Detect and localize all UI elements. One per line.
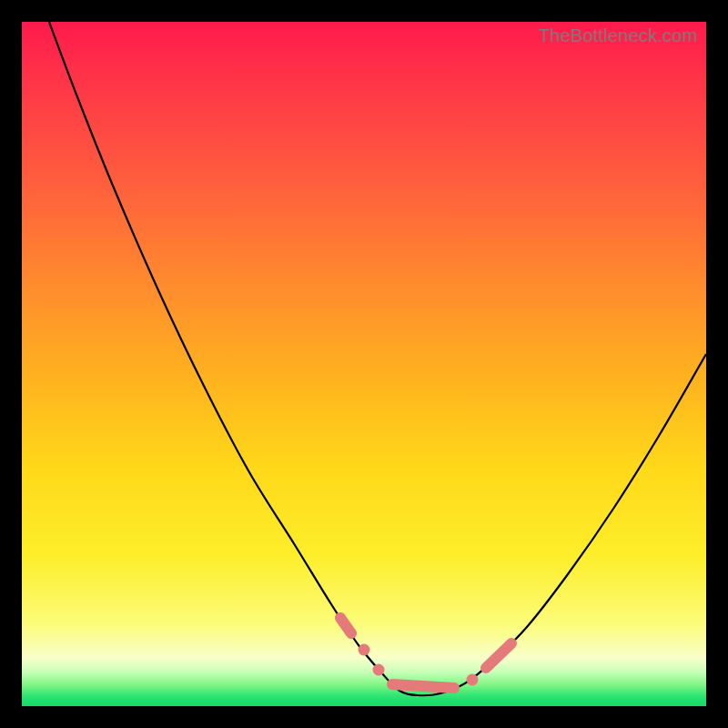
pink-segment [486, 643, 511, 668]
pink-dot [467, 674, 479, 686]
pink-markers [340, 618, 511, 688]
bottleneck-curve [49, 22, 706, 695]
pink-segment [392, 684, 454, 688]
chart-frame: TheBottleneck.com [0, 0, 728, 728]
curve-svg [22, 22, 706, 706]
pink-dot [373, 664, 385, 676]
plot-area: TheBottleneck.com [22, 22, 706, 706]
pink-dot [359, 644, 370, 656]
pink-segment [340, 618, 351, 633]
